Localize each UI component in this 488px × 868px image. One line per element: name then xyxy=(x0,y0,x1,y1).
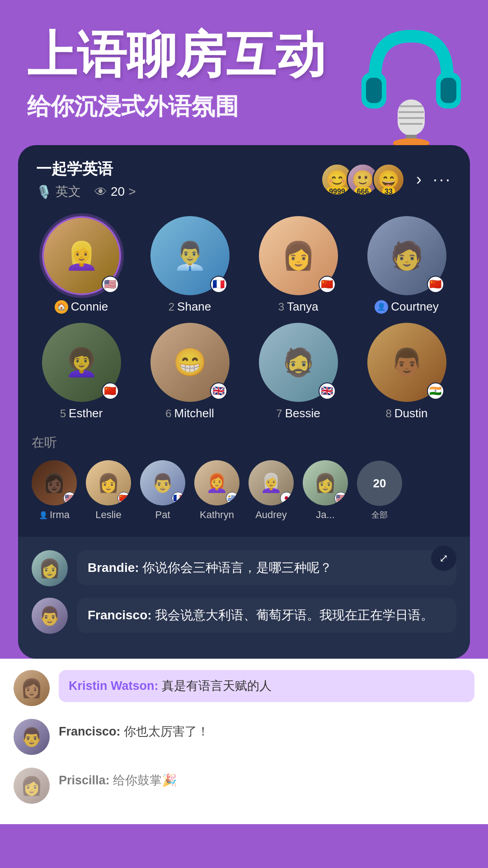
listener-avatar: 👩 🇺🇸 xyxy=(303,460,348,505)
listener-avatar: 👨 🇫🇷 xyxy=(140,460,185,505)
flag-badge: 🇺🇸 xyxy=(102,276,119,293)
room-header: 一起学英语 🎙️ 英文 👁 20 > 😊 9999 xyxy=(18,145,470,207)
speaker-item[interactable]: 👨🏾 🇮🇳 8 Dustin xyxy=(357,323,456,420)
avatar-stack: 😊 9999 🙂 666 😄 33 xyxy=(321,163,405,196)
chat-message: 👩 Brandie: 你说你会三种语言，是哪三种呢？ xyxy=(32,550,456,586)
viewers-arrow: > xyxy=(128,184,136,199)
room-viewers[interactable]: 👁 20 > xyxy=(94,184,136,199)
listener-name: Pat xyxy=(155,509,170,521)
chat-section: ⤢ 👩 Brandie: 你说你会三种语言，是哪三种呢？ 👨 Francisco… xyxy=(18,537,470,659)
speaker-item[interactable]: 👩 🇨🇳 3 Tanya xyxy=(249,216,348,314)
listeners-title: 在听 xyxy=(32,434,456,451)
speaker-item[interactable]: 👩‍🦱 🇨🇳 5 Esther xyxy=(32,323,131,420)
svg-rect-3 xyxy=(441,78,456,103)
speaker-num: 3 xyxy=(278,301,284,313)
speaker-name-row: 6 Mitchell xyxy=(165,406,214,420)
listener-item[interactable]: 👩‍🦳 🇯🇵 Audrey xyxy=(249,460,294,521)
speaker-avatar-wrap: 🧑 🇨🇳 xyxy=(367,216,446,295)
listener-item[interactable]: 👩‍🦰 🇺🇾 Kathryn xyxy=(194,460,239,521)
listener-item[interactable]: 👨 🇫🇷 Pat xyxy=(140,460,185,521)
header-area: 上语聊房互动 给你沉浸式外语氛围 xyxy=(0,0,488,136)
listener-item[interactable]: 👩 🇺🇸 Ja... xyxy=(303,460,348,521)
chat-text: Francisco: 你也太厉害了！ xyxy=(59,725,209,738)
listener-avatar: 👩🏿 🇺🇸 xyxy=(32,460,77,505)
chat-avatar: 👩🏽 xyxy=(14,670,50,706)
chat-text: Francisco: 我会说意大利语、葡萄牙语。我现在正在学日语。 xyxy=(88,608,433,622)
listener-name: Audrey xyxy=(255,509,287,521)
bottom-chat-message: 👩 Priscilla: 给你鼓掌🎉 xyxy=(14,768,474,804)
chat-bubble: Francisco: 我会说意大利语、葡萄牙语。我现在正在学日语。 xyxy=(77,598,456,633)
flag-badge: 🇫🇷 xyxy=(210,276,227,293)
speakers-grid: 👱‍♀️ 🇺🇸 🏠 Connie 👨‍💼 🇫🇷 2 Shane xyxy=(18,207,470,429)
speaker-name-row: 8 Dustin xyxy=(385,406,427,420)
chat-sender: Kristin Watson: xyxy=(69,679,162,693)
flag-badge: 🇬🇧 xyxy=(319,382,336,400)
flag-badge: 🇨🇳 xyxy=(427,276,444,293)
profile-icon: 👤 xyxy=(375,300,388,314)
speaker-name: Bessie xyxy=(285,406,320,420)
speaker-name: Shane xyxy=(177,300,211,314)
chat-text: Kristin Watson: 真是有语言天赋的人 xyxy=(69,679,272,693)
listener-flag: 🇯🇵 xyxy=(280,492,293,505)
listener-flag: 🇫🇷 xyxy=(172,492,184,505)
chat-text: Priscilla: 给你鼓掌🎉 xyxy=(59,774,177,787)
flag-badge: 🇨🇳 xyxy=(102,382,119,400)
stack-avatar-3: 😄 33 xyxy=(372,163,405,196)
chat-sender: Francisco: xyxy=(59,725,124,738)
mic-icon: 🎙️ xyxy=(36,184,52,199)
chat-sender: Francisco: xyxy=(88,608,155,622)
eye-icon: 👁 xyxy=(94,184,107,199)
speaker-name-row: 🏠 Connie xyxy=(55,300,108,314)
listeners-section: 在听 👩🏿 🇺🇸 👤 Irma 👩 🇨🇳 Leslie xyxy=(18,429,470,530)
listener-more-item[interactable]: 20 全部 xyxy=(357,461,402,520)
main-card: 一起学英语 🎙️ 英文 👁 20 > 😊 9999 xyxy=(18,145,470,659)
speaker-name-row: 2 Shane xyxy=(169,300,211,314)
listener-flag: 🇺🇸 xyxy=(63,492,76,505)
room-meta: 🎙️ 英文 👁 20 > xyxy=(36,183,136,200)
chat-bubble-highlight: Kristin Watson: 真是有语言天赋的人 xyxy=(59,670,474,702)
chat-expand-button[interactable]: ⤢ xyxy=(431,546,456,571)
listener-name: Kathryn xyxy=(200,509,234,521)
bottom-chat-message: 👩🏽 Kristin Watson: 真是有语言天赋的人 xyxy=(14,670,474,706)
listener-name: Leslie xyxy=(95,509,121,521)
speaker-item[interactable]: 🧑 🇨🇳 👤 Courtney xyxy=(357,216,456,314)
expand-avatars-button[interactable]: › xyxy=(412,170,426,189)
speaker-num: 8 xyxy=(385,407,391,420)
speaker-avatar-wrap: 🧔 🇬🇧 xyxy=(259,323,338,402)
flag-badge: 🇨🇳 xyxy=(319,276,336,293)
chat-message: 👨 Francisco: 我会说意大利语、葡萄牙语。我现在正在学日语。 xyxy=(32,598,456,634)
speaker-name: Courtney xyxy=(391,300,439,314)
speaker-name-row: 5 Esther xyxy=(60,406,103,420)
room-actions: 😊 9999 🙂 666 😄 33 › ··· xyxy=(321,163,452,196)
svg-rect-2 xyxy=(366,78,382,103)
speaker-avatar-wrap: 👨🏾 🇮🇳 xyxy=(367,323,446,402)
speaker-avatar-wrap: 👩 🇨🇳 xyxy=(259,216,338,295)
speaker-name-row: 👤 Courtney xyxy=(375,300,439,314)
chat-avatar: 👨 xyxy=(32,598,68,634)
speaker-avatar-wrap: 👩‍🦱 🇨🇳 xyxy=(42,323,121,402)
speaker-item[interactable]: 😁 🇬🇧 6 Mitchell xyxy=(140,323,239,420)
chat-content: 你说你会三种语言，是哪三种呢？ xyxy=(142,561,332,575)
chat-avatar: 👨 xyxy=(14,719,50,755)
more-options-button[interactable]: ··· xyxy=(433,170,452,189)
speaker-avatar-wrap: 😁 🇬🇧 xyxy=(150,323,230,402)
listener-name: Irma xyxy=(50,509,70,521)
speaker-item[interactable]: 👱‍♀️ 🇺🇸 🏠 Connie xyxy=(32,216,131,314)
listener-more-count: 20 xyxy=(373,476,386,491)
bottom-chat-message: 👨 Francisco: 你也太厉害了！ xyxy=(14,715,474,759)
room-lang: 🎙️ 英文 xyxy=(36,183,81,200)
speaker-num: 7 xyxy=(276,407,282,420)
room-name: 一起学英语 xyxy=(36,159,136,179)
speaker-item[interactable]: 🧔 🇬🇧 7 Bessie xyxy=(249,323,348,420)
speaker-name: Dustin xyxy=(394,406,428,420)
chat-content: 给你鼓掌🎉 xyxy=(113,774,177,787)
chat-sender: Priscilla: xyxy=(59,774,113,787)
listener-name: Ja... xyxy=(316,509,335,521)
listener-item[interactable]: 👩 🇨🇳 Leslie xyxy=(86,460,131,521)
speaker-num: 2 xyxy=(169,301,174,313)
speaker-name: Mitchell xyxy=(174,406,214,420)
speaker-item[interactable]: 👨‍💼 🇫🇷 2 Shane xyxy=(140,216,239,314)
listener-item[interactable]: 👩🏿 🇺🇸 👤 Irma xyxy=(32,460,77,521)
speaker-avatar-wrap: 👱‍♀️ 🇺🇸 xyxy=(42,216,121,295)
flag-badge: 🇮🇳 xyxy=(427,382,444,400)
